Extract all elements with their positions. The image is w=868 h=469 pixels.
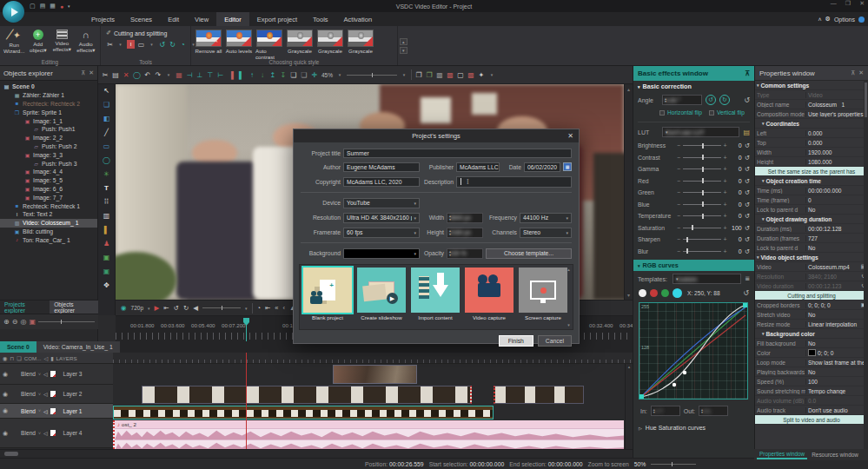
property-row[interactable]: Height 1080.000 <box>755 157 868 167</box>
preview-tool-icon[interactable]: ❐ <box>426 71 433 79</box>
right-panel-tab[interactable]: Resources window <box>809 451 861 459</box>
property-value[interactable]: 00:00:12.123 <box>806 283 862 289</box>
property-row[interactable]: Sound stretching m Tempo change <box>755 386 868 396</box>
preview-tool-icon[interactable]: ▩ <box>436 71 443 79</box>
description-input[interactable]: I <box>456 176 572 188</box>
template-video-capture[interactable]: Video capture <box>464 268 514 327</box>
explorer-zoom-slider[interactable] <box>38 321 95 322</box>
rgb-curves-header[interactable]: RGB curves <box>643 261 679 269</box>
property-value[interactable]: No <box>806 207 866 213</box>
reset-icon[interactable]: ↺ <box>745 212 750 220</box>
blend-dropdown-icon[interactable]: ˅ <box>38 372 41 377</box>
timeline-clip-layer2-a[interactable] <box>142 386 472 404</box>
preview-tool-icon[interactable]: ▦ <box>176 71 182 79</box>
template-blank-project[interactable]: + Blank project <box>302 268 353 327</box>
timeline-scrollbar[interactable]: ▴ <box>625 364 633 449</box>
tree-item[interactable]: ■ Rechteck: Rechteck 2 <box>0 100 97 109</box>
effect-slider[interactable] <box>683 145 721 146</box>
finish-button[interactable]: Finish <box>499 335 533 347</box>
strip-tool-icon[interactable]: ▣ <box>103 268 110 275</box>
blend-dropdown-icon[interactable]: ˅ <box>38 392 41 397</box>
menu-item[interactable]: Edit <box>160 12 187 26</box>
preview-tool-icon[interactable]: ⊢ <box>217 71 224 79</box>
reset-icon[interactable]: ↺ <box>745 177 750 185</box>
property-value[interactable]: No <box>806 245 866 251</box>
menu-item[interactable]: Scenes <box>123 12 160 26</box>
property-value[interactable]: Colosseum.mp4 <box>806 264 861 270</box>
menu-item[interactable]: Editor <box>216 12 249 26</box>
tool-icon[interactable]: ▭ <box>137 40 145 49</box>
menu-item[interactable]: Export project <box>249 12 305 26</box>
playback-icon[interactable]: ↻ <box>183 304 189 312</box>
property-value[interactable]: 0.000 <box>806 140 866 146</box>
reset-angle-icon[interactable]: ↺ <box>744 96 750 104</box>
strip-tool-icon[interactable]: ↖ <box>103 88 109 95</box>
preview-tool-icon[interactable]: ↓ <box>259 71 266 79</box>
preview-tool-icon[interactable]: ▾ <box>165 72 172 77</box>
transport-icon[interactable]: ‹ <box>283 304 286 312</box>
zoom-control-icon[interactable]: ⊖ <box>12 318 18 326</box>
timeline-hscrollbar[interactable] <box>0 449 633 458</box>
tab-video-camera[interactable]: Video: Camera_In_Use_ 1 <box>36 341 120 353</box>
blend-dropdown-icon[interactable]: ˅ <box>38 408 41 413</box>
publisher-input[interactable]: McAdams LLC <box>456 162 500 172</box>
zoom-control-icon[interactable]: ◎ <box>20 318 26 326</box>
layer-color-chip[interactable] <box>50 430 56 436</box>
property-row[interactable]: Common settings <box>755 81 868 90</box>
layer-row[interactable]: ◉ Blend ˅ ◁ Layer 2 <box>0 385 113 404</box>
green-channel-dot[interactable] <box>661 289 669 297</box>
property-row[interactable]: Resize mode Linear interpolation <box>755 320 868 329</box>
explorer-tab[interactable]: Objects explorer <box>50 301 98 314</box>
strip-tool-icon[interactable]: ▌ <box>104 227 109 234</box>
tool-icon[interactable]: ✂ <box>106 40 114 49</box>
tree-item[interactable]: ▣ Image: 1_1 <box>0 116 97 125</box>
lut-select[interactable]: Don't use LUT▾ <box>662 127 739 137</box>
preview-tool-icon[interactable]: ↷ <box>155 71 162 79</box>
blue-channel-dot-selected[interactable] <box>673 288 682 298</box>
slider-dropdown-icon[interactable]: ▾ <box>401 72 407 77</box>
collapse-icon[interactable]: ▾ <box>638 84 640 89</box>
property-row[interactable]: Audio track Don't use audio <box>755 406 868 415</box>
volume-slider[interactable] <box>202 307 241 308</box>
property-value[interactable]: No <box>806 369 866 375</box>
add-object-button[interactable]: +Add object▾ <box>28 28 50 57</box>
tree-item[interactable]: ▱ Push: Push1 <box>0 125 97 134</box>
framerate-select[interactable]: 60 fps▾ <box>343 228 420 238</box>
device-select[interactable]: YouTube▾ <box>343 198 420 208</box>
red-channel-dot[interactable] <box>650 289 658 297</box>
layer-audio-icon[interactable]: ◁ <box>43 371 48 377</box>
preview-tool-icon[interactable]: ▤ <box>112 71 119 79</box>
blend-mode-select[interactable]: Blend <box>21 408 36 414</box>
effect-slider[interactable] <box>683 204 721 205</box>
effect-slider[interactable] <box>683 192 721 193</box>
reset-icon[interactable]: ↺ <box>745 201 750 208</box>
template-create-slideshow[interactable]: ▶ Create slideshow <box>356 268 407 327</box>
resolution-select[interactable]: Ultra HD 4K 3840x2160 pixels (16:▾ <box>343 213 420 223</box>
tree-item[interactable]: ▣ Image: 4_4 <box>0 168 97 176</box>
property-value[interactable]: 727 <box>806 235 866 241</box>
volume-dropdown-icon[interactable]: ▾ <box>245 306 248 311</box>
property-row[interactable]: Fill background No <box>755 339 868 348</box>
choose-template-button[interactable]: Choose template... <box>486 248 572 259</box>
layer-eye-icon[interactable]: ◉ <box>3 371 8 378</box>
tree-item[interactable]: ▣ Image: 5_5 <box>0 176 97 185</box>
property-row[interactable]: Video duration 00:00:12.123 ↺ <box>755 281 868 291</box>
blend-mode-select[interactable]: Blend <box>21 371 36 377</box>
tool-icon[interactable]: ▾ <box>116 40 124 49</box>
property-row[interactable]: Cutting and splitting <box>755 291 868 301</box>
property-row[interactable]: Time (frame) 0 <box>755 195 868 205</box>
tree-item[interactable]: ▣ Bild: cutting <box>0 228 97 236</box>
preview-tool-icon[interactable]: ⊤ <box>207 71 214 79</box>
close-button[interactable]: ✕ <box>859 0 865 7</box>
property-row[interactable]: Playing backwards No <box>755 367 868 377</box>
help-icon[interactable] <box>858 17 865 23</box>
tree-item[interactable]: ■ Rechteck: Rechteck 1 <box>0 201 97 210</box>
tab-scene[interactable]: Scene 0 <box>0 341 36 353</box>
effect-slider[interactable] <box>683 168 721 169</box>
tree-item[interactable]: ▥ Video: Colosseum_ 1 <box>0 219 97 228</box>
preview-tool-icon[interactable]: ❐ <box>415 71 422 79</box>
reset-icon[interactable]: ↺ <box>745 224 750 232</box>
vertical-flip-checkbox[interactable]: Vertical flip <box>709 109 745 116</box>
strip-tool-icon[interactable]: ▣ <box>103 254 110 261</box>
property-row[interactable]: Object drawing duration <box>755 215 868 224</box>
